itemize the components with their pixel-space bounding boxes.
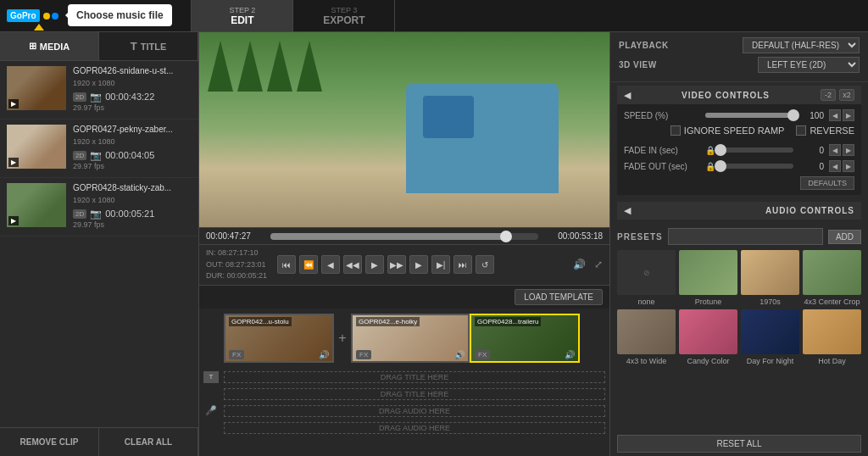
audio-controls-section: ◀ AUDIO CONTROLS xyxy=(617,202,861,220)
media-badge: ▶ xyxy=(8,216,19,225)
audio-controls-header[interactable]: ◀ AUDIO CONTROLS xyxy=(617,202,861,220)
video-controls-header[interactable]: ◀ VIDEO CONTROLS -2 x2 xyxy=(617,86,861,104)
speed-decrease-button[interactable]: ◀ xyxy=(829,109,841,121)
speed-slider[interactable] xyxy=(705,113,793,118)
in-out-info: IN: 08:27:17:10 OUT: 08:27:23:01 DUR: 00… xyxy=(206,247,267,282)
list-item[interactable]: ▶ GOPR0427-pekny-zaber... 1920 x 1080 2D… xyxy=(0,120,198,178)
in-point: IN: 08:27:17:10 xyxy=(206,247,267,259)
speed-increase-button[interactable]: ▶ xyxy=(843,109,854,121)
presets-header: PRESETS ADD xyxy=(617,228,861,245)
ignore-speed-ramp-row: IGNORE SPEED RAMP xyxy=(670,125,785,136)
minus-2-button[interactable]: -2 xyxy=(821,89,836,101)
next-frame-button[interactable]: ▶| xyxy=(431,255,450,274)
defaults-button[interactable]: DEFAULTS xyxy=(800,176,854,190)
timeline-clip-selected[interactable]: GOPR0428...traileru FX 🔊 xyxy=(470,314,580,363)
list-item[interactable]: ▶ GOPR0426-snidane-u-st... 1920 x 1080 2… xyxy=(0,61,198,120)
speed-slider-knob[interactable] xyxy=(787,109,799,121)
tree-decoration xyxy=(237,41,263,92)
3d-view-label: 3D VIEW xyxy=(619,60,657,70)
timeline-clip[interactable]: GOPR042...u-stolu FX 🔊 xyxy=(224,314,334,363)
left-bottom-buttons: REMOVE CLIP CLEAR ALL xyxy=(0,427,198,456)
ignore-speed-ramp-checkbox[interactable] xyxy=(670,125,681,136)
go-to-end-button[interactable]: ⏭ xyxy=(453,255,472,274)
reverse-checkbox[interactable] xyxy=(796,125,806,136)
preset-item-4x3wide[interactable]: 4x3 to Wide xyxy=(617,309,676,365)
load-template-button[interactable]: LOAD TEMPLATE xyxy=(515,289,603,305)
dot-blue xyxy=(52,13,58,19)
speed-arrows: ◀ ▶ xyxy=(829,109,854,121)
add-clip-button[interactable]: + xyxy=(334,314,351,363)
preview-scene xyxy=(199,32,609,227)
step-back-button[interactable]: ◀ xyxy=(321,255,340,274)
badge-2d: 2D xyxy=(73,151,86,160)
tab-edit[interactable]: STEP 2 EDIT xyxy=(192,0,293,31)
timeline-progress-bar: 00:00:47:27 00:00:53:18 xyxy=(199,227,609,245)
list-item[interactable]: ▶ GOPR0428-staticky-zab... 1920 x 1080 2… xyxy=(0,178,198,236)
volume-icon[interactable]: 🔊 xyxy=(573,259,586,270)
fade-in-increase-button[interactable]: ▶ xyxy=(843,144,854,156)
fade-in-row: FADE IN (sec) 🔒 0 ◀ ▶ xyxy=(624,144,854,156)
preset-item-daynight[interactable]: Day For Night xyxy=(741,309,799,365)
go-to-start-button[interactable]: ⏮ xyxy=(277,255,296,274)
drag-title-placeholder-1[interactable]: DRAG TITLE HERE xyxy=(224,371,605,383)
clip-label: GOPR042...e-holky xyxy=(356,317,420,326)
fade-out-decrease-button[interactable]: ◀ xyxy=(829,160,841,172)
fade-in-slider[interactable] xyxy=(721,147,793,153)
fade-in-knob[interactable] xyxy=(715,144,726,156)
preset-item-4x3center[interactable]: 4x3 Center Crop xyxy=(803,250,861,306)
reset-all-button[interactable]: RESET ALL xyxy=(617,435,861,453)
step-forward-button[interactable]: ▶ xyxy=(409,255,428,274)
clip-fx-badge: FX xyxy=(475,350,490,359)
tab-media[interactable]: ⊞ MEDIA xyxy=(0,32,99,60)
fade-out-knob[interactable] xyxy=(715,160,726,172)
playback-select[interactable]: DEFAULT (HALF-RES) xyxy=(743,37,860,53)
presets-grid: ⊘ none Protune 1970s 4x3 Center Crop xyxy=(617,250,861,365)
preset-item-none[interactable]: ⊘ none xyxy=(617,250,676,306)
fade-in-decrease-button[interactable]: ◀ xyxy=(829,144,841,156)
media-list: ▶ GOPR0426-snidane-u-st... 1920 x 1080 2… xyxy=(0,61,198,427)
tab-title[interactable]: T TITLE xyxy=(99,32,198,60)
presets-add-button[interactable]: ADD xyxy=(828,230,861,244)
playback-label: PLAYBACK xyxy=(619,41,669,50)
clip-audio-icon: 🔊 xyxy=(319,350,329,359)
badge-2d: 2D xyxy=(73,209,86,219)
times-2-button[interactable]: x2 xyxy=(839,89,854,101)
center-panel: 00:00:47:27 00:00:53:18 IN: 08:27:17:10 … xyxy=(199,32,609,456)
title-track-1: T DRAG TITLE HERE xyxy=(203,370,605,385)
progress-bar[interactable] xyxy=(270,233,538,240)
play-button[interactable]: ▶ xyxy=(365,255,384,274)
media-info: GOPR0427-pekny-zaber... 1920 x 1080 2D 📷… xyxy=(73,125,192,172)
fade-out-slider[interactable] xyxy=(721,164,793,169)
fade-out-increase-button[interactable]: ▶ xyxy=(843,160,854,172)
preset-item-protune[interactable]: Protune xyxy=(679,250,737,306)
title-tab-label: TITLE xyxy=(141,42,167,52)
drag-audio-placeholder-2[interactable]: DRAG AUDIO HERE xyxy=(224,422,605,434)
fullscreen-icon[interactable]: ⤢ xyxy=(594,259,603,270)
media-info: GOPR0428-staticky-zab... 1920 x 1080 2D … xyxy=(73,183,192,231)
loop-button[interactable]: ↺ xyxy=(476,255,494,274)
fast-forward-button[interactable]: ▶▶ xyxy=(387,255,406,274)
media-info: GOPR0426-snidane-u-st... 1920 x 1080 2D … xyxy=(73,66,192,114)
preview-truck xyxy=(406,83,559,193)
tab-export[interactable]: STEP 3 EXPORT xyxy=(293,0,395,31)
right-panel: PLAYBACK DEFAULT (HALF-RES) 3D VIEW LEFT… xyxy=(609,32,868,456)
media-fps: 29.97 fps xyxy=(73,220,192,231)
remove-clip-button[interactable]: REMOVE CLIP xyxy=(0,428,99,456)
preset-item-hotday[interactable]: Hot Day xyxy=(803,309,861,365)
progress-knob[interactable] xyxy=(500,231,512,242)
presets-search-input[interactable] xyxy=(668,228,823,245)
timeline-clip[interactable]: GOPR042...e-holky FX 🔊 xyxy=(351,314,470,363)
prev-frame-button[interactable]: ⏪ xyxy=(299,255,318,274)
preset-item-candy[interactable]: Candy Color xyxy=(679,309,737,365)
rewind-button[interactable]: ◀◀ xyxy=(343,255,362,274)
3d-view-select[interactable]: LEFT EYE (2D) xyxy=(758,57,860,73)
drag-audio-placeholder-1[interactable]: DRAG AUDIO HERE xyxy=(224,405,605,417)
media-filename: GOPR0426-snidane-u-st... xyxy=(73,66,192,75)
preset-item-1970s[interactable]: 1970s xyxy=(741,250,799,306)
step3-num: STEP 3 xyxy=(331,6,357,14)
gopro-logo: GoPro xyxy=(7,9,40,22)
transport-row: IN: 08:27:17:10 OUT: 08:27:23:01 DUR: 00… xyxy=(199,245,609,286)
drag-title-placeholder-2[interactable]: DRAG TITLE HERE xyxy=(224,388,605,400)
preset-thumbnail-daynight xyxy=(741,309,799,354)
clear-all-button[interactable]: CLEAR ALL xyxy=(99,428,198,456)
